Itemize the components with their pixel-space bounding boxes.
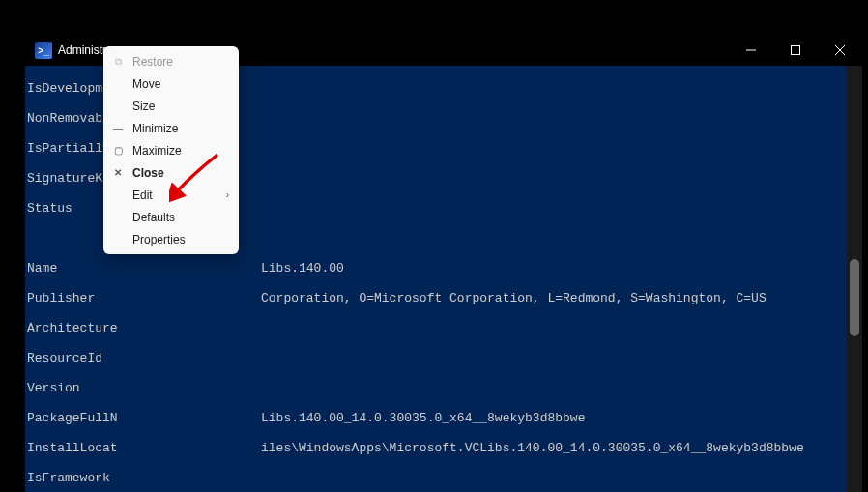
prop-key: Version bbox=[27, 381, 160, 396]
menu-move[interactable]: Move bbox=[103, 72, 239, 95]
scrollbar-thumb[interactable] bbox=[850, 259, 859, 336]
output-text: NonRemovabl bbox=[27, 111, 110, 127]
menu-label: Defaults bbox=[132, 211, 229, 224]
minimize-icon: — bbox=[109, 123, 127, 133]
system-context-menu: ⧉ Restore Move Size — Minimize ▢ Maximiz… bbox=[103, 46, 239, 254]
vertical-scrollbar[interactable] bbox=[847, 66, 862, 492]
output-text: SignatureKi bbox=[27, 171, 110, 187]
menu-size[interactable]: Size bbox=[103, 95, 239, 117]
menu-label: Edit bbox=[132, 188, 226, 202]
output-text: IsPartially bbox=[27, 141, 110, 157]
menu-label: Properties bbox=[132, 233, 229, 246]
prop-key: Architecture bbox=[27, 321, 160, 336]
maximize-button[interactable] bbox=[773, 35, 818, 66]
output-text: Status bbox=[27, 201, 72, 217]
menu-properties[interactable]: Properties bbox=[103, 228, 239, 250]
menu-label: Minimize bbox=[132, 122, 229, 135]
menu-restore[interactable]: ⧉ Restore bbox=[103, 50, 239, 72]
menu-close[interactable]: ✕ Close bbox=[103, 161, 239, 184]
prop-value: Libs.140.00 bbox=[174, 261, 344, 276]
prop-key: PackageFullN bbox=[27, 411, 160, 426]
prop-key: ResourceId bbox=[27, 351, 160, 366]
powershell-icon: >_ bbox=[35, 42, 52, 59]
prop-key: IsFramework bbox=[27, 471, 160, 486]
close-button[interactable] bbox=[818, 35, 862, 66]
menu-edit[interactable]: Edit › bbox=[103, 184, 239, 206]
menu-minimize[interactable]: — Minimize bbox=[103, 117, 239, 139]
menu-label: Move bbox=[132, 77, 229, 91]
svg-rect-1 bbox=[792, 46, 800, 55]
close-icon: ✕ bbox=[109, 167, 127, 178]
minimize-icon bbox=[746, 45, 756, 55]
menu-label: Restore bbox=[132, 55, 229, 69]
prop-key: InstallLocat bbox=[27, 441, 160, 456]
prop-value: iles\WindowsApps\Microsoft.VCLibs.140.00… bbox=[174, 441, 804, 456]
maximize-icon bbox=[791, 45, 800, 55]
menu-defaults[interactable]: Defaults bbox=[103, 206, 239, 228]
menu-label: Maximize bbox=[132, 144, 229, 158]
window-title: Administr bbox=[58, 43, 106, 57]
minimize-button[interactable] bbox=[729, 35, 773, 66]
restore-icon: ⧉ bbox=[109, 56, 127, 68]
menu-label: Close bbox=[132, 166, 229, 180]
prop-value: Libs.140.00_14.0.30035.0_x64__8wekyb3d8b… bbox=[174, 411, 585, 426]
prop-value: Corporation, O=Microsoft Corporation, L=… bbox=[174, 291, 767, 306]
prop-key: Publisher bbox=[27, 291, 160, 306]
menu-label: Size bbox=[132, 100, 229, 113]
menu-maximize[interactable]: ▢ Maximize bbox=[103, 139, 239, 161]
maximize-icon: ▢ bbox=[109, 145, 127, 156]
close-icon bbox=[835, 45, 845, 55]
prop-key: Name bbox=[27, 261, 160, 276]
chevron-right-icon: › bbox=[226, 189, 229, 200]
